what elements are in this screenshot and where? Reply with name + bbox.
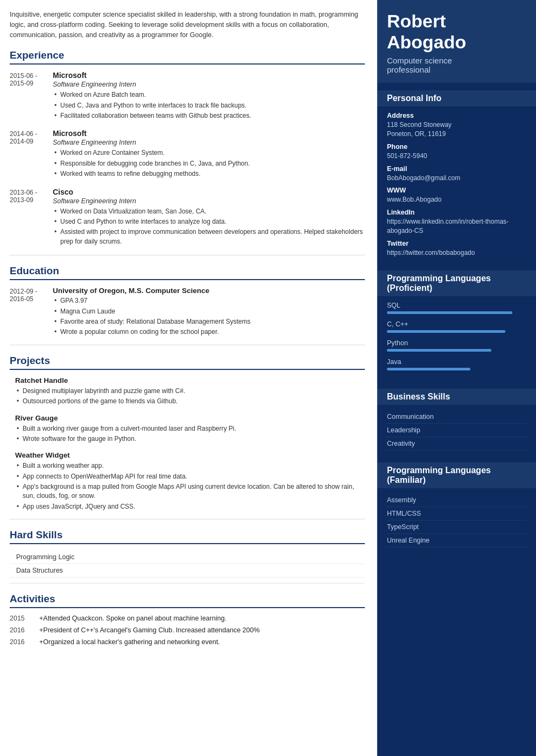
twitter-value: https://twitter.com/bobabogado [387, 248, 526, 258]
project-bullet: Wrote software for the gauge in Python. [15, 434, 365, 444]
hard-skills-list: Programming LogicData Structures [10, 551, 365, 577]
activity-entry: 2015+Attended Quackcon. Spoke on panel a… [10, 615, 365, 622]
business-skill-item: Leadership [387, 424, 526, 437]
exp-job-title: Software Engineering Intern [53, 197, 365, 205]
exp-date: 2014-06 - 2014-09 [10, 129, 53, 180]
exp-bullet: Worked on Azure Container System. [53, 148, 365, 158]
exp-job-title: Software Engineering Intern [53, 139, 365, 146]
www-label: WWW [387, 187, 526, 194]
project-bullet: Designed multiplayer labyrinth and puzzl… [15, 387, 365, 396]
edu-date: 2012-09 - 2016-05 [10, 287, 53, 338]
exp-bullet: Worked with teams to refine debugging me… [53, 169, 365, 179]
project-bullet: App connects to OpenWeatherMap API for r… [15, 472, 365, 481]
right-column: Robert Abogado Computer science professi… [377, 0, 536, 756]
linkedin-label: LinkedIn [387, 209, 526, 216]
summary-text: Inquisitive, energetic computer science … [10, 10, 365, 40]
projects-section-title: Projects [10, 355, 365, 370]
hard-skill-item: Programming Logic [10, 551, 365, 564]
project-entry: Weather WidgetBuilt a working weather ap… [10, 451, 365, 511]
edu-school: University of Oregon, M.S. Computer Scie… [53, 287, 365, 295]
skill-bar-fill [387, 349, 491, 352]
education-entry: 2012-09 - 2016-05University of Oregon, M… [10, 287, 365, 338]
prog-proficient-section: Programming Languages (Proficient) SQLC,… [377, 263, 536, 381]
experience-section-title: Experience [10, 49, 365, 65]
edu-bullet: Favorite area of study: Relational Datab… [53, 317, 365, 326]
www-value: www.Bob.Abogado [387, 195, 526, 204]
skill-item: Python [387, 339, 526, 352]
personal-info-section: Personal Info Address 118 Second Stonewa… [377, 83, 536, 262]
project-entry: Ratchet HandleDesigned multiplayer labyr… [10, 376, 365, 406]
hard-skill-item: Data Structures [10, 564, 365, 577]
project-name: River Gauge [15, 414, 365, 422]
exp-bullet: Worked on Data Virtualization team, San … [53, 207, 365, 216]
skill-bar-fill [387, 368, 470, 370]
phone-label: Phone [387, 143, 526, 151]
edu-bullet: Wrote a popular column on coding for the… [53, 327, 365, 337]
edu-content: University of Oregon, M.S. Computer Scie… [53, 287, 365, 338]
address-label: Address [387, 112, 526, 119]
exp-company: Microsoft [53, 71, 365, 80]
activity-year: 2015 [10, 615, 39, 622]
experience-entry: 2015-06 - 2015-09MicrosoftSoftware Engin… [10, 71, 365, 122]
person-title: Computer science professional [387, 56, 526, 74]
edu-bullet: Magna Cum Laude [53, 307, 365, 316]
project-bullet: App uses JavaScript, JQuery and CSS. [15, 502, 365, 511]
business-skills-section: Business Skills CommunicationLeadershipC… [377, 381, 536, 455]
education-section-title: Education [10, 265, 365, 280]
skill-item: SQL [387, 302, 526, 314]
activity-entry: 2016+Organized a local hacker's gatherin… [10, 638, 365, 646]
exp-company: Cisco [53, 188, 365, 196]
exp-bullet: Assisted with project to improve communi… [53, 227, 365, 246]
business-skill-item: Creativity [387, 437, 526, 451]
prog-proficient-title: Programming Languages (Proficient) [377, 270, 536, 296]
activities-section-title: Activities [10, 593, 365, 608]
familiar-lang-item: Assembly [387, 494, 526, 507]
exp-company: Microsoft [53, 129, 365, 138]
exp-bullet: Responsible for debugging code branches … [53, 159, 365, 168]
business-skill-item: Communication [387, 410, 526, 424]
right-header: Robert Abogado Computer science professi… [377, 0, 536, 83]
exp-content: MicrosoftSoftware Engineering InternWork… [53, 71, 365, 122]
skills-proficient-list: SQLC, C++PythonJava [387, 302, 526, 370]
exp-bullet: Used C and Python to write interfaces to… [53, 217, 365, 226]
familiar-langs-list: AssemblyHTML/CSSTypeScriptUnreal Engine [387, 494, 526, 547]
project-bullet: Outsourced portions of the game to frien… [15, 397, 365, 406]
skill-bar-bg [387, 349, 526, 352]
activity-year: 2016 [10, 626, 39, 634]
email-value: BobAbogado@gmail.com [387, 174, 526, 183]
project-bullet: App's background is a map pulled from Go… [15, 482, 365, 501]
exp-bullet: Worked on Azure Batch team. [53, 90, 365, 99]
project-bullet: Built a working river gauge from a culve… [15, 424, 365, 433]
skill-item: C, C++ [387, 320, 526, 333]
exp-date: 2013-06 - 2013-09 [10, 188, 53, 248]
experience-list: 2015-06 - 2015-09MicrosoftSoftware Engin… [10, 71, 365, 247]
business-skills-title: Business Skills [377, 389, 536, 405]
exp-content: MicrosoftSoftware Engineering InternWork… [53, 129, 365, 180]
twitter-label: Twitter [387, 240, 526, 247]
skill-label: Java [387, 358, 526, 366]
business-skills-list: CommunicationLeadershipCreativity [387, 410, 526, 451]
exp-bullet: Used C, Java and Python to write interfa… [53, 101, 365, 110]
exp-date: 2015-06 - 2015-09 [10, 71, 53, 122]
project-name: Ratchet Handle [15, 376, 365, 384]
skill-label: Python [387, 339, 526, 347]
projects-list: Ratchet HandleDesigned multiplayer labyr… [10, 376, 365, 512]
familiar-lang-item: HTML/CSS [387, 507, 526, 520]
experience-entry: 2013-06 - 2013-09CiscoSoftware Engineeri… [10, 188, 365, 248]
activity-text: +Attended Quackcon. Spoke on panel about… [39, 615, 365, 622]
skill-label: C, C++ [387, 320, 526, 328]
familiar-lang-item: TypeScript [387, 520, 526, 534]
activity-year: 2016 [10, 638, 39, 646]
skill-bar-bg [387, 311, 526, 314]
skill-bar-fill [387, 311, 512, 314]
prog-familiar-title: Programming Languages (Familiar) [377, 462, 536, 488]
project-name: Weather Widget [15, 451, 365, 459]
experience-entry: 2014-06 - 2014-09MicrosoftSoftware Engin… [10, 129, 365, 180]
exp-content: CiscoSoftware Engineering InternWorked o… [53, 188, 365, 248]
person-name: Robert Abogado [387, 11, 526, 53]
skill-bar-bg [387, 330, 526, 333]
phone-value: 501-872-5940 [387, 152, 526, 161]
personal-info-title: Personal Info [377, 90, 536, 106]
activity-entry: 2016+President of C++'s Arcangel's Gamin… [10, 626, 365, 634]
exp-job-title: Software Engineering Intern [53, 81, 365, 88]
